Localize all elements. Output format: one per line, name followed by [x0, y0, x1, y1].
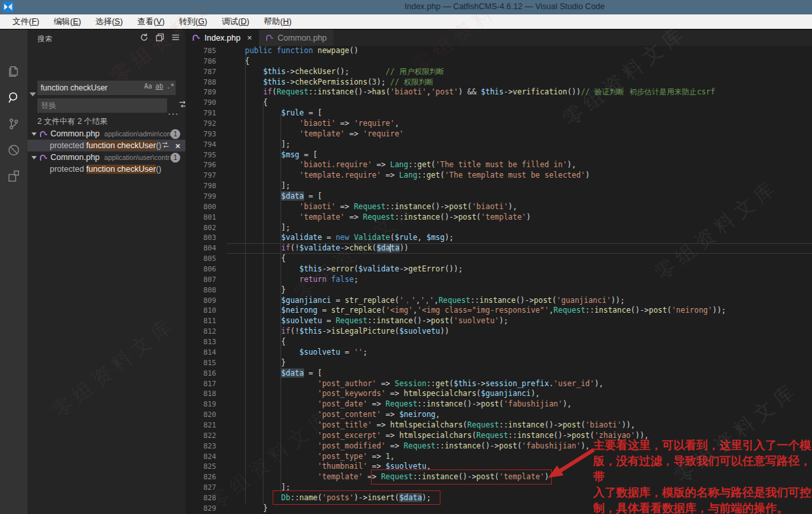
close-tab-icon[interactable]: ×: [247, 33, 252, 43]
code-line[interactable]: 793 'template' => 'require': [185, 129, 812, 140]
menu-item[interactable]: 文件(F): [5, 16, 47, 28]
line-number: 817: [185, 379, 216, 389]
line-number: 797: [185, 170, 216, 181]
regex-icon[interactable]: .*: [166, 83, 174, 90]
line-number: 803: [185, 233, 216, 243]
line-number: 810: [185, 306, 216, 316]
line-number: 787: [185, 67, 216, 77]
code-line[interactable]: 789 if(Request::instance()->has('biaoti'…: [185, 87, 812, 98]
code-line[interactable]: 808 }: [185, 285, 812, 296]
line-number: 788: [185, 77, 216, 88]
code-line[interactable]: 810 $neirong = str_replace('<img','<img …: [185, 306, 812, 316]
code-line[interactable]: 790 {: [185, 98, 812, 108]
search-icon[interactable]: [6, 90, 22, 106]
code-line[interactable]: 804 if(!$validate->check($data)): [185, 243, 812, 254]
code-line[interactable]: 800 'biaoti' => Request::instance()->pos…: [185, 202, 812, 212]
code-line[interactable]: 818 'post_keywords' => htmlspecialchars(…: [185, 389, 812, 399]
debug-icon[interactable]: [6, 142, 22, 158]
code-line[interactable]: 792 'biaoti' => 'require',: [185, 119, 812, 129]
line-number: 806: [185, 264, 216, 275]
chevron-down-icon[interactable]: [31, 132, 37, 136]
refresh-icon[interactable]: [140, 33, 149, 45]
highlight-box-db-insert: [273, 490, 440, 505]
menu-item[interactable]: 帮助(H): [257, 16, 299, 28]
code-line[interactable]: 805 {: [185, 254, 812, 264]
explorer-icon[interactable]: [6, 64, 22, 79]
code-line[interactable]: 816 $data = [: [185, 368, 812, 379]
highlight-box-template-post: [371, 469, 552, 484]
clear-search-results-icon[interactable]: [155, 33, 164, 45]
match-case-icon[interactable]: Aa: [144, 83, 152, 90]
vscode-window: Index.php — CatfishCMS-4.6.12 — Visual S…: [0, 0, 812, 514]
code-line[interactable]: 814 $suolvetu = '';: [185, 347, 812, 358]
result-match-row[interactable]: protected function checkUser() ×: [28, 140, 185, 151]
menu-bar: 文件(F)编辑(E)选择(S)查看(V)转到(G)调试(D)帮助(H): [0, 14, 812, 30]
code-line[interactable]: 809 $guanjianci = str_replace('，',',',Re…: [185, 296, 812, 306]
toggle-replace-chevron-icon[interactable]: [29, 92, 36, 96]
dismiss-match-icon[interactable]: ×: [175, 141, 180, 151]
extensions-icon[interactable]: [6, 168, 22, 184]
source-control-icon[interactable]: [6, 116, 22, 132]
code-line[interactable]: 785 public function newpage(): [185, 46, 812, 56]
code-line[interactable]: 795 $msg = [: [185, 150, 812, 161]
annotation-text: 主要看这里，可以看到，这里引入了一个模版，没有过滤，导致我们可以任意写路径，带入…: [593, 437, 812, 514]
line-number: 790: [185, 98, 216, 108]
code-line[interactable]: 806 $this->error($validate->getError());: [185, 264, 812, 275]
code-line[interactable]: 802 ];: [185, 223, 812, 233]
line-number: 807: [185, 275, 216, 285]
code-line[interactable]: 799 $data = [: [185, 191, 812, 202]
menu-item[interactable]: 编辑(E): [47, 16, 88, 28]
replace-input[interactable]: [37, 98, 167, 113]
line-number: 796: [185, 160, 216, 170]
chevron-down-icon[interactable]: [31, 156, 37, 159]
code-line[interactable]: 786 {: [185, 56, 812, 67]
line-number: 829: [185, 504, 216, 514]
code-line[interactable]: 798 ];: [185, 181, 812, 191]
line-number: 825: [185, 462, 216, 472]
code-line[interactable]: 801 'template' => Request::instance()->p…: [185, 212, 812, 223]
line-number: 792: [185, 119, 216, 129]
result-file-name: Common.php: [50, 153, 100, 162]
result-file-row[interactable]: Common.php application\admin\con... 1: [28, 128, 185, 140]
result-count-badge: 1: [170, 129, 180, 139]
line-number: 791: [185, 108, 216, 119]
line-number: 786: [185, 56, 216, 67]
php-file-icon: [39, 153, 48, 162]
replace-match-icon[interactable]: [161, 141, 170, 151]
menu-item[interactable]: 查看(V): [130, 16, 172, 28]
code-line[interactable]: 794 ];: [185, 140, 812, 150]
line-number: 811: [185, 316, 216, 326]
code-line[interactable]: 812 if(!$this->isLegalPicture($suolvetu)…: [185, 326, 812, 337]
menu-item[interactable]: 转到(G): [172, 16, 214, 28]
code-line[interactable]: 811 $suolvetu = Request::instance()->pos…: [185, 316, 812, 326]
code-line[interactable]: 796 'biaoti.require' => Lang::get('The t…: [185, 160, 812, 170]
code-line[interactable]: 819 'post_date' => Request::instance()->…: [185, 399, 812, 410]
result-match-row[interactable]: protected function checkUser(): [28, 163, 185, 175]
line-number: 793: [185, 129, 216, 140]
code-line[interactable]: 788 $this->checkPermissions(3); // 权限判断: [185, 77, 812, 88]
code-line[interactable]: 821 'post_title' => htmlspecialchars(Req…: [185, 420, 812, 431]
line-number: 795: [185, 150, 216, 161]
code-line[interactable]: 815 }: [185, 358, 812, 368]
code-line[interactable]: 817 'post_author' => Session::get($this-…: [185, 379, 812, 389]
whole-word-icon[interactable]: ab: [155, 83, 163, 90]
window-title: Index.php — CatfishCMS-4.6.12 — Visual S…: [404, 2, 605, 11]
vscode-logo-icon: [3, 1, 14, 12]
code-line[interactable]: 803 $validate = new Validate($rule, $msg…: [185, 233, 812, 243]
tab-common-php[interactable]: Common.php: [259, 30, 334, 46]
code-line[interactable]: 820 'post_content' => $neirong,: [185, 410, 812, 420]
collapse-all-icon[interactable]: [171, 33, 180, 45]
more-actions-icon[interactable]: ···: [168, 108, 179, 119]
line-number: 823: [185, 441, 216, 452]
line-number: 812: [185, 326, 216, 337]
tab-index-php[interactable]: Index.php ×: [185, 30, 259, 46]
code-line[interactable]: 797 'template.require' => Lang::get('The…: [185, 170, 812, 181]
code-line[interactable]: 807 return false;: [185, 275, 812, 285]
code-line[interactable]: 787 $this->checkUser(); // 用户权限判断: [185, 67, 812, 77]
line-number: 821: [185, 420, 216, 431]
result-file-row[interactable]: Common.php application\user\contr... 1: [28, 151, 185, 163]
menu-item[interactable]: 调试(D): [214, 16, 256, 28]
menu-item[interactable]: 选择(S): [88, 16, 130, 28]
code-line[interactable]: 813 {: [185, 337, 812, 347]
code-line[interactable]: 791 $rule = [: [185, 108, 812, 119]
